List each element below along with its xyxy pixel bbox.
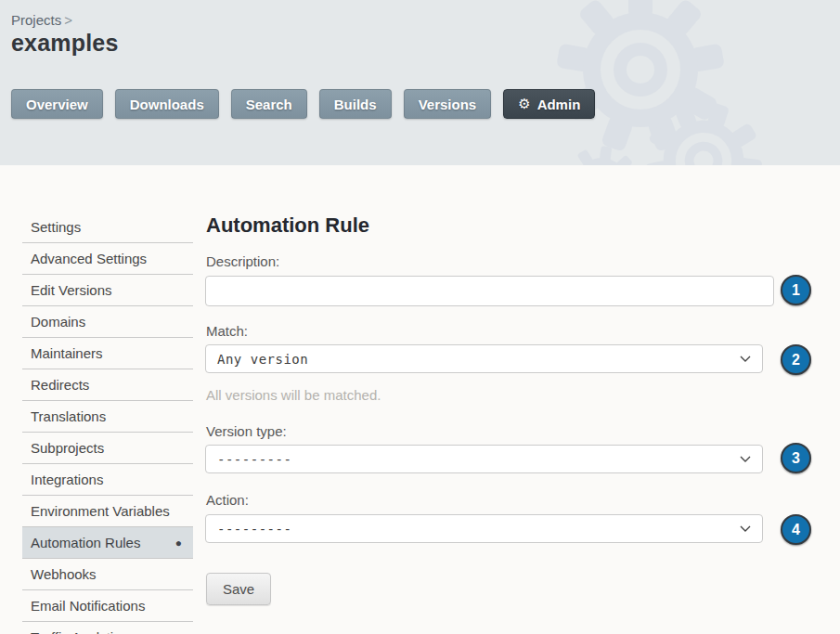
sidebar-item-redirects[interactable]: Redirects <box>22 369 193 401</box>
annotation-badge-2: 2 <box>781 344 811 375</box>
save-button[interactable]: Save <box>206 573 271 605</box>
annotation-badge-1: 1 <box>781 275 811 305</box>
page-title: examples <box>11 30 119 57</box>
sidebar-item-settings[interactable]: Settings <box>22 212 193 243</box>
tab-admin-label: Admin <box>537 97 581 112</box>
version-type-select-value: --------- <box>217 452 291 467</box>
match-help-text: All versions will be matched. <box>206 387 381 403</box>
version-type-select[interactable]: --------- <box>205 445 763 473</box>
tab-versions[interactable]: Versions <box>404 89 492 119</box>
sidebar-item-webhooks[interactable]: Webhooks <box>22 559 193 590</box>
description-label: Description: <box>206 253 279 269</box>
gears-decoration <box>543 0 840 165</box>
version-type-label: Version type: <box>206 423 287 439</box>
project-nav: Overview Downloads Search Builds Version… <box>11 89 595 119</box>
admin-automation-rule-page: Projects> examples Overview Downloads Se… <box>0 0 840 634</box>
match-select[interactable]: Any version <box>205 344 763 373</box>
breadcrumb: Projects> <box>11 12 72 28</box>
sidebar-item-subprojects[interactable]: Subprojects <box>22 433 193 464</box>
action-label: Action: <box>206 492 249 508</box>
action-select-value: --------- <box>217 522 291 537</box>
chevron-down-icon <box>740 525 751 533</box>
chevron-down-icon <box>740 456 751 463</box>
annotation-badge-4: 4 <box>781 514 811 545</box>
sidebar-item-translations[interactable]: Translations <box>22 401 193 433</box>
breadcrumb-link-projects[interactable]: Projects <box>11 12 61 28</box>
match-label: Match: <box>206 323 248 339</box>
tab-admin[interactable]: ⚙ Admin <box>503 89 595 119</box>
chevron-down-icon <box>740 356 751 363</box>
sidebar-item-traffic-analytics[interactable]: Traffic Analytics <box>22 622 193 634</box>
match-select-value: Any version <box>217 352 308 367</box>
tab-overview[interactable]: Overview <box>11 89 103 119</box>
sidebar-item-environment-variables[interactable]: Environment Variables <box>22 496 193 527</box>
sidebar-item-integrations[interactable]: Integrations <box>22 464 193 496</box>
current-page-bullet: ● <box>175 535 182 551</box>
sidebar-item-advanced-settings[interactable]: Advanced Settings <box>22 243 193 275</box>
action-select[interactable]: --------- <box>205 514 763 543</box>
section-title: Automation Rule <box>206 213 369 238</box>
tab-builds[interactable]: Builds <box>319 89 392 119</box>
project-header: Projects> examples Overview Downloads Se… <box>0 0 840 165</box>
sidebar-item-label: Automation Rules <box>31 535 140 550</box>
tab-downloads[interactable]: Downloads <box>115 89 219 119</box>
description-input[interactable] <box>205 276 774 306</box>
sidebar-item-automation-rules[interactable]: ● Automation Rules <box>22 527 193 559</box>
sidebar-item-domains[interactable]: Domains <box>22 306 193 338</box>
sidebar-item-email-notifications[interactable]: Email Notifications <box>22 590 193 622</box>
breadcrumb-separator: > <box>64 12 72 28</box>
admin-sidebar: Settings Advanced Settings Edit Versions… <box>22 212 193 634</box>
tab-search[interactable]: Search <box>231 89 307 119</box>
annotation-badge-3: 3 <box>781 443 811 473</box>
sidebar-item-edit-versions[interactable]: Edit Versions <box>22 275 193 306</box>
sidebar-item-maintainers[interactable]: Maintainers <box>22 338 193 369</box>
gear-icon: ⚙ <box>518 96 530 112</box>
